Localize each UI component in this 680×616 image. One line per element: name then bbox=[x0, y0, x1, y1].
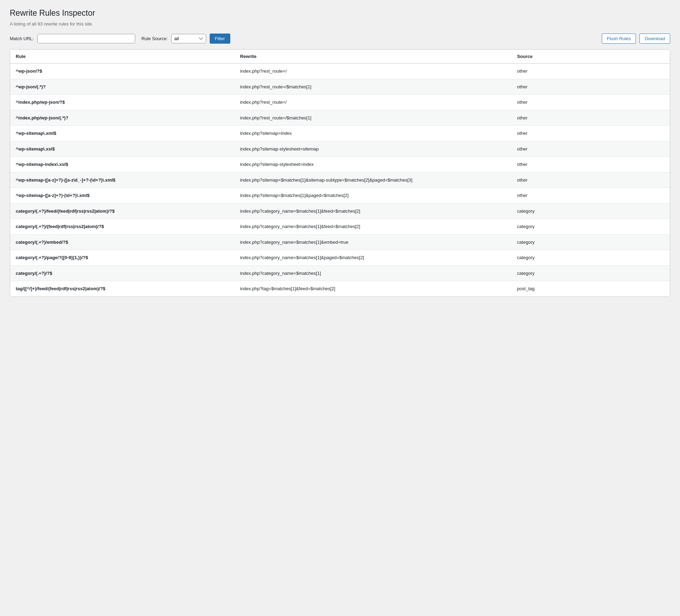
cell-source: post_tag bbox=[512, 281, 670, 296]
cell-rewrite: index.php?rest_route=/ bbox=[234, 64, 512, 79]
cell-rule: category/(.+?)/feed/(feed|rdf|rss|rss2|a… bbox=[10, 203, 234, 219]
cell-source: category bbox=[512, 203, 670, 219]
table-row: ^wp-sitemap-([a-z]+?)-(\d+?)\.xml$index.… bbox=[10, 188, 670, 204]
cell-rewrite: index.php?rest_route=/$matches[1] bbox=[234, 110, 512, 126]
column-header-rule: Rule bbox=[10, 50, 234, 64]
cell-rule: ^wp-sitemap-([a-z]+?)-([a-z\d_-]+?-(\d+?… bbox=[10, 172, 234, 188]
cell-source: category bbox=[512, 265, 670, 281]
toolbar: Match URL: Rule Source: all category pos… bbox=[10, 34, 670, 44]
table-row: ^index.php/wp-json/(.*)?index.php?rest_r… bbox=[10, 110, 670, 126]
cell-rewrite: index.php?sitemap-stylesheet=index bbox=[234, 157, 512, 173]
table-row: tag/([^/]+)/feed/(feed|rdf|rss|rss2|atom… bbox=[10, 281, 670, 296]
cell-source: other bbox=[512, 172, 670, 188]
cell-rewrite: index.php?sitemap-stylesheet=sitemap bbox=[234, 141, 512, 157]
match-url-input[interactable] bbox=[37, 34, 135, 43]
cell-rule: category/(.+?)/?$ bbox=[10, 265, 234, 281]
cell-source: category bbox=[512, 234, 670, 250]
cell-source: category bbox=[512, 250, 670, 266]
table-row: category/(.+?)/(feed|rdf|rss|rss2|atom)/… bbox=[10, 219, 670, 235]
table-row: ^wp-sitemap-index\.xsl$index.php?sitemap… bbox=[10, 157, 670, 173]
table-row: category/(.+?)/embed/?$index.php?categor… bbox=[10, 234, 670, 250]
download-button[interactable]: Download bbox=[639, 34, 670, 44]
cell-rule: ^wp-json/?$ bbox=[10, 64, 234, 79]
cell-source: other bbox=[512, 64, 670, 79]
filter-button[interactable]: Filter bbox=[210, 34, 230, 44]
cell-rewrite: index.php?tag=$matches[1]&feed=$matches[… bbox=[234, 281, 512, 296]
cell-source: other bbox=[512, 79, 670, 95]
cell-rule: ^wp-json/(.*)? bbox=[10, 79, 234, 95]
cell-rewrite: index.php?category_name=$matches[1]&feed… bbox=[234, 203, 512, 219]
rule-source-select[interactable]: all category post_tag other bbox=[171, 34, 206, 43]
cell-rule: ^index.php/wp-json/(.*)? bbox=[10, 110, 234, 126]
page-title: Rewrite Rules Inspector bbox=[10, 8, 670, 18]
flush-rules-button[interactable]: Flush Rules bbox=[602, 34, 636, 44]
column-header-source: Source bbox=[512, 50, 670, 64]
table-row: ^wp-sitemap-([a-z]+?)-([a-z\d_-]+?-(\d+?… bbox=[10, 172, 670, 188]
cell-source: other bbox=[512, 110, 670, 126]
cell-source: other bbox=[512, 157, 670, 173]
cell-rewrite: index.php?sitemap=$matches[1]&sitemap-su… bbox=[234, 172, 512, 188]
rules-table: Rule Rewrite Source ^wp-json/?$index.php… bbox=[10, 50, 670, 296]
table-body: ^wp-json/?$index.php?rest_route=/other^w… bbox=[10, 64, 670, 296]
cell-rewrite: index.php?category_name=$matches[1]&page… bbox=[234, 250, 512, 266]
table-row: category/(.+?)/?$index.php?category_name… bbox=[10, 265, 670, 281]
table-row: ^wp-sitemap\.xsl$index.php?sitemap-style… bbox=[10, 141, 670, 157]
cell-rewrite: index.php?rest_route=/$matches[1] bbox=[234, 79, 512, 95]
cell-rewrite: index.php?sitemap=$matches[1]&paged=$mat… bbox=[234, 188, 512, 204]
table-header-row: Rule Rewrite Source bbox=[10, 50, 670, 64]
rule-source-label: Rule Source: bbox=[142, 36, 168, 41]
cell-rule: ^wp-sitemap\.xsl$ bbox=[10, 141, 234, 157]
cell-rule: ^wp-sitemap-index\.xsl$ bbox=[10, 157, 234, 173]
cell-source: other bbox=[512, 188, 670, 204]
cell-source: other bbox=[512, 95, 670, 110]
rules-table-container: Rule Rewrite Source ^wp-json/?$index.php… bbox=[10, 49, 670, 297]
cell-rule: ^wp-sitemap\.xml$ bbox=[10, 126, 234, 141]
cell-rule: ^index.php/wp-json/?$ bbox=[10, 95, 234, 110]
cell-rewrite: index.php?rest_route=/ bbox=[234, 95, 512, 110]
page-subtitle: A listing of all 93 rewrite rules for th… bbox=[10, 21, 670, 27]
cell-rewrite: index.php?sitemap=index bbox=[234, 126, 512, 141]
cell-source: other bbox=[512, 141, 670, 157]
cell-rule: ^wp-sitemap-([a-z]+?)-(\d+?)\.xml$ bbox=[10, 188, 234, 204]
table-row: ^wp-json/(.*)?index.php?rest_route=/$mat… bbox=[10, 79, 670, 95]
table-row: category/(.+?)/page/?([0-9]{1,})/?$index… bbox=[10, 250, 670, 266]
cell-rule: category/(.+?)/(feed|rdf|rss|rss2|atom)/… bbox=[10, 219, 234, 235]
table-row: category/(.+?)/feed/(feed|rdf|rss|rss2|a… bbox=[10, 203, 670, 219]
cell-rewrite: index.php?category_name=$matches[1] bbox=[234, 265, 512, 281]
table-row: ^index.php/wp-json/?$index.php?rest_rout… bbox=[10, 95, 670, 110]
cell-source: category bbox=[512, 219, 670, 235]
cell-rewrite: index.php?category_name=$matches[1]&feed… bbox=[234, 219, 512, 235]
column-header-rewrite: Rewrite bbox=[234, 50, 512, 64]
table-row: ^wp-sitemap\.xml$index.php?sitemap=index… bbox=[10, 126, 670, 141]
match-url-label: Match URL: bbox=[10, 36, 34, 41]
table-row: ^wp-json/?$index.php?rest_route=/other bbox=[10, 64, 670, 79]
cell-rule: tag/([^/]+)/feed/(feed|rdf|rss|rss2|atom… bbox=[10, 281, 234, 296]
cell-rewrite: index.php?category_name=$matches[1]&embe… bbox=[234, 234, 512, 250]
cell-rule: category/(.+?)/embed/?$ bbox=[10, 234, 234, 250]
cell-rule: category/(.+?)/page/?([0-9]{1,})/?$ bbox=[10, 250, 234, 266]
cell-source: other bbox=[512, 126, 670, 141]
